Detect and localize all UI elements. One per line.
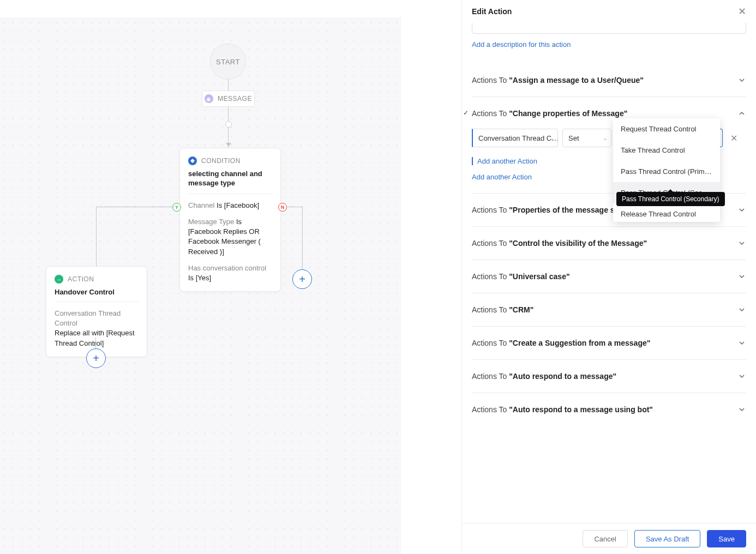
panel-title: Edit Action [472,7,512,16]
close-icon[interactable]: ✕ [738,5,746,17]
no-branch-badge: N [278,203,287,212]
value-dropdown[interactable]: Request Thread Control Take Thread Contr… [613,118,720,222]
condition-title: selecting channel and message type [188,170,272,194]
condition-icon [188,156,197,165]
remove-row-icon[interactable]: ✕ [727,133,741,143]
message-icon: ◉ [205,94,213,103]
save-as-draft-button[interactable]: Save As Draft [634,530,700,547]
workflow-canvas[interactable]: START ◉ MESSAGE CONDITION selecting chan… [0,19,401,554]
action-body: Conversation Thread Control Replace all … [55,309,139,348]
chevron-down-icon [737,305,746,314]
section-title: Actions To "Assign a message to a User/Q… [472,76,644,85]
dropdown-option[interactable]: Take Thread Control [613,140,720,161]
yes-branch-badge: Y [172,203,181,212]
connector-point [225,121,232,128]
section-title: Actions To "Auto respond to a message us… [472,405,653,414]
chevron-down-icon: ⌄ [603,135,608,142]
message-node[interactable]: ◉ MESSAGE [202,91,255,107]
action-icon: → [55,275,63,284]
edit-action-panel: Edit Action ✕ Handover Control Add a des… [461,0,756,554]
connector [97,207,174,207]
action-title: Handover Control [55,288,139,302]
svg-marker-0 [190,159,195,163]
connector [228,107,229,121]
add-node-button[interactable]: + [86,348,106,368]
chevron-down-icon [737,405,746,414]
condition-row: Message Type Is [Facebook Replies OR Fac… [188,217,272,257]
connector [302,207,303,269]
action-section-auto-respond-bot[interactable]: Actions To "Auto respond to a message us… [472,393,746,426]
action-node[interactable]: → ACTION Handover Control Conversation T… [46,266,147,357]
dropdown-option[interactable]: Pass Thread Control (Primary) [613,161,720,182]
dropdown-option[interactable]: Request Thread Control [613,118,720,140]
connector [95,338,96,348]
add-description-link[interactable]: Add a description for this action [472,40,746,49]
dropdown-option[interactable]: Release Thread Control [613,203,720,222]
operator-select[interactable]: Set ⌄ [562,129,611,147]
connector [96,207,97,266]
connector [286,207,303,207]
dropdown-tooltip: Pass Thread Control (Secondary) [616,192,725,206]
chevron-down-icon: ⌄ [549,135,554,142]
save-button[interactable]: Save [707,530,746,547]
arrow-icon [226,143,231,147]
start-node[interactable]: START [210,44,246,80]
top-bar [0,0,401,19]
section-title: Actions To "Auto respond to a message" [472,372,616,381]
condition-node[interactable]: CONDITION selecting channel and message … [179,148,281,292]
property-select[interactable]: Conversation Thread C… ⌄ [472,129,558,147]
panel-header: Edit Action ✕ [462,0,756,23]
add-node-button[interactable]: + [292,269,312,289]
section-title: Actions To "Create a Suggestion from a m… [472,339,650,347]
chevron-up-icon [737,109,746,118]
connector [228,80,229,91]
condition-type-label: CONDITION [201,157,241,165]
condition-row: Has conversation control Is [Yes] [188,263,272,283]
condition-row: Channel Is [Facebook] [188,201,272,210]
chevron-down-icon [737,76,746,85]
action-section-assign[interactable]: Actions To "Assign a message to a User/Q… [472,64,746,97]
panel-footer: Cancel Save As Draft Save [462,523,756,554]
chevron-down-icon [737,206,746,214]
chevron-down-icon [737,239,746,248]
cancel-button[interactable]: Cancel [583,530,627,547]
chevron-down-icon [737,339,746,347]
section-title: ✓ Actions To "Change properties of Messa… [472,109,627,118]
chevron-down-icon [737,272,746,281]
action-type-label: ACTION [68,275,94,283]
section-title: Actions To "Control the visibility of th… [472,239,647,248]
action-section-visibility[interactable]: Actions To "Control the visibility of th… [472,227,746,260]
chevron-down-icon [737,372,746,381]
section-title: Actions To "CRM" [472,305,533,314]
section-title: Actions To "Universal case" [472,272,570,281]
check-icon: ✓ [463,109,469,117]
action-section-crm[interactable]: Actions To "CRM" [472,293,746,327]
panel-body: Handover Control Add a description for t… [462,23,756,523]
action-name-input[interactable]: Handover Control [472,23,746,34]
action-section-auto-respond[interactable]: Actions To "Auto respond to a message" [472,360,746,393]
action-section-universal[interactable]: Actions To "Universal case" [472,260,746,293]
message-label: MESSAGE [218,95,252,103]
action-section-suggestion[interactable]: Actions To "Create a Suggestion from a m… [472,327,746,360]
